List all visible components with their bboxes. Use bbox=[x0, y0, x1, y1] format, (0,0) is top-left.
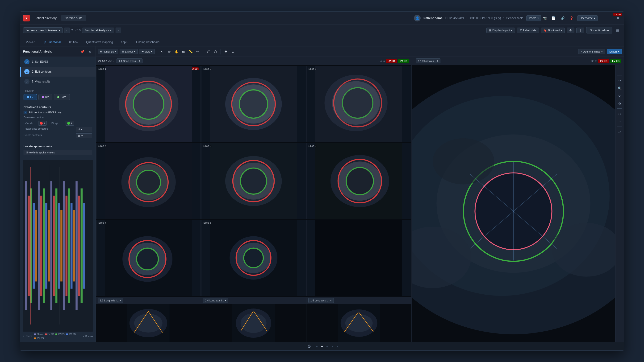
long-axis-1-dropdown[interactable]: 1.3 Long axis i... ▾ bbox=[98, 298, 123, 303]
export-button[interactable]: Export ▾ bbox=[607, 49, 622, 54]
camera-icon-btn[interactable]: 📷 bbox=[542, 15, 548, 21]
slice-3-cell[interactable]: Slice 3 bbox=[306, 66, 411, 142]
series-name-dropdown[interactable]: Functional Analysis ▾ bbox=[82, 27, 114, 33]
tool-reset-icon[interactable]: ↺ bbox=[616, 92, 623, 99]
step-1-set-ed-es[interactable]: ✓ 1. Set ED/ES bbox=[20, 57, 96, 67]
measure-tool-icon[interactable]: 📏 bbox=[188, 49, 194, 54]
tool-zoom-icon[interactable]: 🔍 bbox=[616, 85, 623, 91]
large-series-dropdown[interactable]: 1.1 Short axis... ▾ bbox=[416, 58, 440, 63]
maximize-button[interactable]: □ bbox=[608, 16, 613, 20]
show-timeline-button[interactable]: Show timeline bbox=[586, 27, 612, 33]
priors-button[interactable]: Priors ▾ bbox=[526, 15, 541, 21]
edit-checkbox[interactable] bbox=[24, 111, 27, 114]
patient-gender: Gender Male bbox=[506, 16, 524, 20]
legend-rved-label: RV ED bbox=[69, 333, 76, 336]
lv-endo-select[interactable]: ▾ bbox=[38, 121, 47, 126]
tab-finding-dashboard[interactable]: Finding dashboard bbox=[132, 39, 163, 46]
crosshair-icon[interactable]: ⊕ bbox=[230, 49, 236, 54]
tab-cardiac-suite[interactable]: Cardiac suite bbox=[61, 15, 86, 21]
slice-9-cell[interactable] bbox=[306, 220, 411, 296]
slice-5-cell[interactable]: Slice 5 bbox=[201, 143, 306, 219]
doc-icon-btn[interactable]: 📄 bbox=[550, 15, 557, 21]
username-button[interactable]: Username ▾ bbox=[577, 15, 598, 21]
tab-viewer[interactable]: Viewer bbox=[22, 39, 38, 46]
step-2-edit-contours[interactable]: 2 2. Edit contours bbox=[20, 67, 96, 77]
more-options-button[interactable]: ⋮ bbox=[576, 27, 584, 33]
window-tool-icon[interactable]: ◐ bbox=[181, 49, 186, 54]
show-hide-spoke-button[interactable]: Show/hide spoke wheels bbox=[24, 150, 92, 155]
pan-tool-icon[interactable]: ✋ bbox=[174, 49, 179, 54]
delete-select[interactable]: 🗑 ▾ bbox=[76, 133, 92, 138]
draw-tool-icon[interactable]: ✏ bbox=[195, 49, 200, 54]
label-data-button[interactable]: 🏷 Label data bbox=[517, 27, 539, 33]
add-tab-button[interactable]: + bbox=[164, 39, 170, 45]
tab-sp-functional[interactable]: Sp. Functional bbox=[39, 39, 64, 46]
pencil-tool-icon[interactable]: 🖊 bbox=[206, 49, 211, 54]
slice-6-cell[interactable]: Slice 6 bbox=[306, 143, 411, 219]
zoom-tool-icon[interactable]: ⊕ bbox=[166, 49, 172, 54]
next-series-button[interactable]: › bbox=[116, 27, 121, 33]
tool-undo-icon[interactable]: ↩ bbox=[616, 77, 623, 84]
nav-dot-4[interactable] bbox=[332, 346, 333, 347]
plus-icon[interactable]: ✚ bbox=[223, 49, 229, 54]
select-tool-icon[interactable]: ↖ bbox=[160, 49, 165, 54]
nav-dot-3[interactable] bbox=[326, 346, 328, 347]
large-mri-canvas[interactable] bbox=[412, 65, 615, 342]
panel-pin-icon[interactable]: 📌 bbox=[80, 49, 85, 54]
settings-icon-btn[interactable]: ⚙ bbox=[567, 27, 574, 33]
close-button[interactable]: ✕ bbox=[615, 16, 621, 20]
tab-quantitative[interactable]: Quantitative mapping bbox=[82, 39, 116, 46]
tab-app5[interactable]: app 5 bbox=[117, 39, 132, 46]
timeline-icon-btn[interactable]: ▤ bbox=[614, 27, 621, 34]
focus-rv-button[interactable]: RV bbox=[38, 94, 52, 100]
goto-lves-button[interactable]: LV ES bbox=[398, 59, 409, 63]
nav-dot-2[interactable] bbox=[321, 346, 323, 347]
goto-lved-button[interactable]: LV ED bbox=[386, 59, 397, 63]
minimize-button[interactable]: − bbox=[600, 16, 605, 20]
svg-rect-15 bbox=[63, 181, 65, 310]
tab-patient-directory[interactable]: Patient directory bbox=[31, 15, 60, 21]
add-to-findings-button[interactable]: + Add to findings ▾ bbox=[578, 49, 605, 54]
slice-7-cell[interactable]: Slice 7 bbox=[96, 220, 201, 296]
large-goto-lves-button[interactable]: LV ES bbox=[610, 59, 621, 63]
patient-info: Patient name ID 123456789 • DOB 08-Oct-1… bbox=[424, 16, 524, 20]
tool-menu-icon[interactable]: ☰ bbox=[616, 67, 623, 73]
focus-both-button[interactable]: Both bbox=[54, 94, 70, 100]
long-axis-2-dropdown[interactable]: 1.4 Long axis i... ▾ bbox=[203, 298, 228, 303]
hangings-button[interactable]: ⊞ Hangings ▾ bbox=[98, 49, 118, 54]
tool-link-icon[interactable]: ↔ bbox=[616, 118, 623, 125]
slice-8-cell[interactable]: Slice 8 bbox=[201, 220, 306, 296]
power-icon[interactable]: ⏻ bbox=[306, 343, 312, 350]
tool-back-icon[interactable]: ↩ bbox=[616, 129, 623, 135]
nav-dot-1[interactable] bbox=[316, 346, 318, 347]
prev-series-button[interactable]: ‹ bbox=[64, 27, 70, 33]
display-layout-button[interactable]: ⊞ Display layout ▾ bbox=[486, 27, 515, 33]
recalc-select[interactable]: ↺ ▾ bbox=[76, 127, 92, 132]
view-button[interactable]: 👁 View ▾ bbox=[139, 49, 155, 54]
tool-invert-icon[interactable]: ◑ bbox=[616, 100, 623, 106]
slice-1-cell[interactable]: Slice 1 LV ED bbox=[96, 66, 201, 142]
disease-dropdown[interactable]: Ischemic heart disease ▾ bbox=[23, 27, 63, 33]
help-icon-btn[interactable]: ❓ bbox=[568, 15, 575, 21]
long-axis-cell-2[interactable] bbox=[201, 304, 306, 342]
slice-2-cell[interactable]: Slice 2 bbox=[201, 66, 306, 142]
nav-dot-5[interactable] bbox=[337, 346, 338, 347]
tool-sync-icon[interactable]: ⊙ bbox=[616, 110, 623, 117]
layout-button[interactable]: ▤ Layout ▾ bbox=[120, 49, 137, 54]
short-axis-dropdown[interactable]: 1.1 Short axis i... ▾ bbox=[116, 58, 142, 63]
panel-collapse-icon[interactable]: « bbox=[87, 49, 93, 54]
roi-tool-icon[interactable]: ⬡ bbox=[212, 49, 218, 54]
link-icon-btn[interactable]: 🔗 bbox=[559, 15, 566, 21]
step-3-view-results[interactable]: 3 3. View results bbox=[20, 77, 96, 86]
large-goto-lved-button[interactable]: LV ED bbox=[598, 59, 609, 63]
focus-lv-button[interactable]: LV bbox=[24, 94, 37, 100]
bookmarks-button[interactable]: 🔖 Bookmarks bbox=[541, 27, 565, 33]
long-axis-3-dropdown[interactable]: 1.5 Long axis i... ▾ bbox=[308, 298, 334, 303]
step-3-label: 3. View results bbox=[32, 80, 50, 83]
lv-epi-select[interactable]: ▾ bbox=[66, 121, 74, 126]
long-axis-cell-3[interactable] bbox=[306, 304, 412, 342]
long-axis-cell-1[interactable] bbox=[96, 304, 201, 342]
tab-4d-flow[interactable]: 4D flow bbox=[65, 39, 82, 46]
svg-rect-13 bbox=[58, 203, 60, 289]
slice-4-cell[interactable]: Slice 4 bbox=[96, 143, 201, 219]
